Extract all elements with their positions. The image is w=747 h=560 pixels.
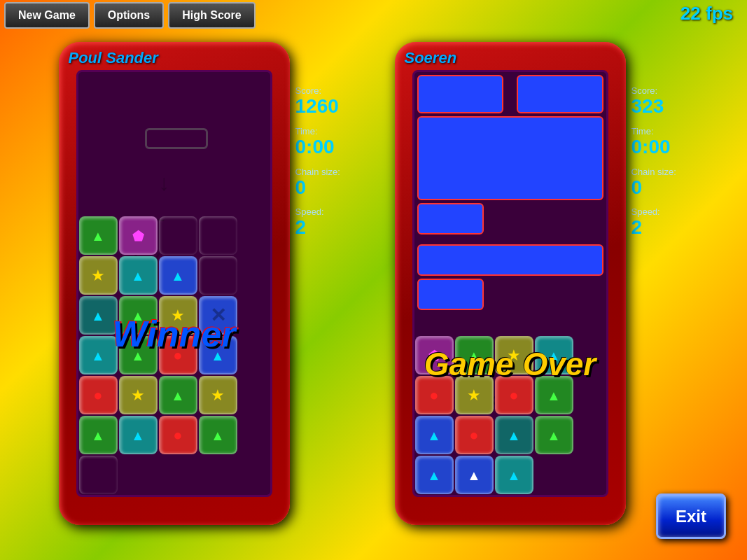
tile	[79, 296, 118, 335]
new-game-button[interactable]: New Game	[4, 2, 90, 29]
tile	[79, 256, 118, 295]
bb-row1	[417, 75, 603, 113]
bb-cell-tall	[417, 116, 603, 200]
speed-label-p2: Speed:	[631, 206, 683, 217]
bb-cell	[417, 279, 484, 310]
time-label-p1: Time:	[295, 126, 347, 136]
player1-stats: Score: 1260 Time: 0:00 Chain size: 0 Spe…	[290, 70, 353, 246]
score-value-p1: 1260	[295, 96, 347, 118]
gameover-overlay: Game Over	[424, 345, 596, 383]
tile-empty	[79, 456, 118, 494]
tile	[199, 376, 237, 414]
player2-section: Soeren	[395, 42, 689, 525]
time-label-p2: Time:	[631, 126, 683, 136]
speed-value-p1: 2	[295, 217, 347, 239]
tile	[119, 256, 158, 295]
tile	[455, 456, 494, 494]
chain-value-p1: 0	[295, 177, 347, 199]
tile	[535, 416, 573, 454]
bb-row3	[417, 203, 603, 241]
player2-cabinet: Soeren	[395, 42, 626, 525]
player1-cabinet: Poul Sander ↓ ~ ~ ╲ ╱ X × × × 7 × Winner	[59, 42, 290, 525]
tile-empty	[199, 256, 237, 295]
tile	[119, 216, 158, 255]
time-value-p1: 0:00	[295, 136, 347, 158]
player1-tiles: ✕	[78, 216, 270, 495]
tile-empty	[159, 216, 197, 255]
player1-name: Poul Sander	[69, 49, 158, 67]
tile	[79, 336, 118, 374]
score-label-p2: Score:	[631, 85, 683, 96]
player2-name: Soeren	[405, 49, 457, 67]
bb-row5	[417, 279, 603, 317]
chain-value-p2: 0	[631, 177, 683, 199]
bb-cell	[417, 203, 484, 234]
score-label-p1: Score:	[295, 85, 347, 96]
tile	[79, 376, 118, 414]
tile	[415, 456, 454, 494]
ghost-piece	[145, 128, 208, 149]
speed-label-p1: Speed:	[295, 206, 347, 217]
chain-label-p2: Chain size:	[631, 167, 683, 177]
winner-overlay: Winner	[113, 313, 236, 355]
bb-cell-gap	[506, 75, 515, 113]
tile-empty	[199, 216, 237, 255]
bb-row2	[417, 116, 603, 200]
tile	[159, 416, 197, 454]
tile	[119, 376, 158, 414]
bb-cell-gap	[487, 203, 603, 241]
tile	[119, 416, 158, 454]
fps-display: 22 fps	[680, 3, 733, 24]
panels-container: Poul Sander ↓ ~ ~ ╲ ╱ X × × × 7 × Winner	[0, 35, 747, 553]
bb-cell	[517, 75, 603, 113]
tile	[79, 216, 118, 255]
player1-board: ↓ ~ ~ ╲ ╱ X × × × 7 × Winner	[76, 70, 272, 497]
player2-stats: Score: 323 Time: 0:00 Chain size: 0 Spee…	[626, 70, 689, 246]
high-score-button[interactable]: High Score	[168, 2, 255, 29]
tile	[199, 416, 237, 454]
chain-label-p1: Chain size:	[295, 167, 347, 177]
speed-value-p2: 2	[631, 217, 683, 239]
exit-button[interactable]: Exit	[656, 493, 726, 539]
tile	[159, 256, 197, 295]
score-value-p2: 323	[631, 96, 683, 118]
player2-board: Game Over × K	[412, 70, 608, 497]
bb-cell-gap	[487, 279, 603, 317]
tile	[495, 456, 533, 494]
blue-blocks	[414, 72, 606, 323]
tile	[79, 416, 118, 454]
bb-cell	[417, 75, 503, 113]
player1-section: Poul Sander ↓ ~ ~ ╲ ╱ X × × × 7 × Winner	[59, 42, 353, 525]
bb-row4	[417, 244, 603, 276]
tile	[159, 376, 197, 414]
tile	[455, 416, 494, 454]
bb-cell	[417, 244, 603, 276]
time-value-p2: 0:00	[631, 136, 683, 158]
options-button[interactable]: Options	[94, 2, 164, 29]
top-bar: New Game Options High Score 22 fps	[0, 0, 747, 31]
tile	[415, 416, 454, 454]
bg-arrow1: ↓	[159, 170, 170, 196]
tile	[495, 416, 533, 454]
